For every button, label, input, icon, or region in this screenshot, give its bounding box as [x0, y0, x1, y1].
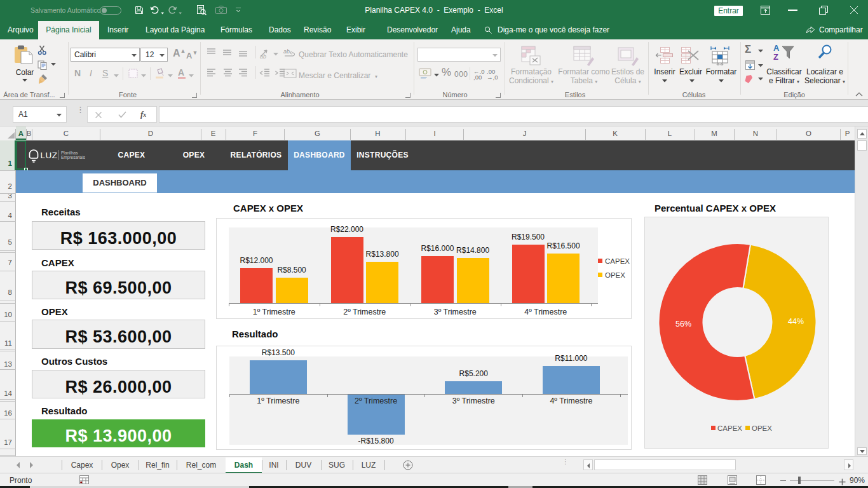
svg-text:ab: ab: [283, 48, 290, 55]
svg-text:ab: ab: [260, 53, 266, 59]
svg-text:56%: 56%: [675, 320, 691, 329]
svg-text:44%: 44%: [788, 317, 804, 326]
